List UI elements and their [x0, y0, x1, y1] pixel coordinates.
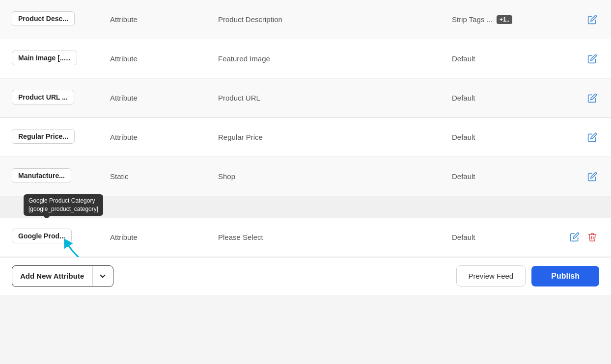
- tooltip-line2: [google_product_category]: [28, 206, 98, 212]
- row-name-badge: Product Desc...: [12, 11, 75, 26]
- row-actions: [560, 52, 599, 66]
- edit-button[interactable]: [585, 130, 599, 144]
- bottom-bar: Add New Attribute Preview Feed Publish: [0, 257, 611, 295]
- row-value: Featured Image: [218, 54, 452, 63]
- row-name-col: Regular Price...: [12, 129, 110, 146]
- modifier-badge: +1..: [497, 15, 512, 24]
- row-name-badge: Manufacture...: [12, 168, 71, 183]
- row-actions: [560, 170, 599, 183]
- edit-icon: [570, 232, 580, 242]
- row-type: Attribute: [110, 133, 218, 141]
- row-value: Please Select: [218, 233, 452, 241]
- delete-icon: [587, 232, 597, 242]
- row-name-badge: Main Image [..…: [12, 51, 77, 65]
- publish-button[interactable]: Publish: [531, 266, 599, 286]
- chevron-down-icon: [92, 266, 113, 286]
- delete-button[interactable]: [585, 230, 599, 244]
- table-row: Main Image [..… Attribute Featured Image…: [0, 39, 611, 78]
- row-name-col: Main Image [..…: [12, 51, 110, 67]
- edit-icon: [587, 15, 597, 25]
- table-row: Product Desc... Attribute Product Descri…: [0, 0, 611, 39]
- row-type: Attribute: [110, 233, 218, 241]
- row-modifier: Default: [452, 54, 560, 63]
- row-name-col: Product Desc...: [12, 11, 110, 28]
- edit-icon: [587, 172, 597, 182]
- row-value: Product Description: [218, 15, 452, 24]
- row-type: Attribute: [110, 94, 218, 102]
- row-modifier: Strip Tags ... +1..: [452, 15, 560, 24]
- row-value: Product URL: [218, 94, 452, 102]
- row-value: Regular Price: [218, 133, 452, 141]
- row-modifier: Default: [452, 94, 560, 102]
- row-modifier: Default: [452, 233, 560, 241]
- row-name-badge: Google Prod...: [12, 229, 72, 243]
- table-container: Product Desc... Attribute Product Descri…: [0, 0, 611, 257]
- tooltip-area: Google Product Category [google_product_…: [0, 196, 611, 218]
- row-actions: [560, 130, 599, 144]
- add-new-label: Add New Attribute: [12, 266, 92, 286]
- row-type: Attribute: [110, 54, 218, 63]
- row-value: Shop: [218, 172, 452, 181]
- edit-icon: [587, 132, 597, 142]
- bottom-right-actions: Preview Feed Publish: [456, 265, 600, 286]
- row-modifier: Default: [452, 133, 560, 141]
- table-row: Regular Price... Attribute Regular Price…: [0, 118, 611, 157]
- table-row: Manufacture... Static Shop Default: [0, 157, 611, 196]
- table-row: Product URL ... Attribute Product URL De…: [0, 78, 611, 118]
- row-actions: [560, 13, 599, 26]
- row-actions: [560, 230, 599, 244]
- tooltip-line1: Google Product Category: [28, 197, 95, 204]
- row-name-badge: Regular Price...: [12, 129, 75, 144]
- table-row: Google Prod... Attribute Please Select D…: [0, 218, 611, 257]
- edit-button[interactable]: [585, 52, 599, 66]
- row-type: Static: [110, 172, 218, 181]
- edit-button[interactable]: [585, 170, 599, 183]
- edit-icon: [587, 93, 597, 103]
- row-name-col: Product URL ...: [12, 90, 110, 106]
- edit-button[interactable]: [585, 13, 599, 26]
- edit-icon: [587, 54, 597, 64]
- row-name-col: Google Prod...: [12, 229, 110, 245]
- row-actions: [560, 91, 599, 105]
- row-name-col: Manufacture...: [12, 168, 110, 185]
- tooltip-bubble: Google Product Category [google_product_…: [24, 194, 103, 216]
- row-type: Attribute: [110, 15, 218, 24]
- preview-feed-button[interactable]: Preview Feed: [456, 265, 526, 286]
- row-name-badge: Product URL ...: [12, 90, 74, 104]
- row-modifier: Default: [452, 172, 560, 181]
- edit-button[interactable]: [585, 91, 599, 105]
- add-new-attribute-button[interactable]: Add New Attribute: [12, 265, 113, 287]
- edit-button[interactable]: [568, 230, 582, 244]
